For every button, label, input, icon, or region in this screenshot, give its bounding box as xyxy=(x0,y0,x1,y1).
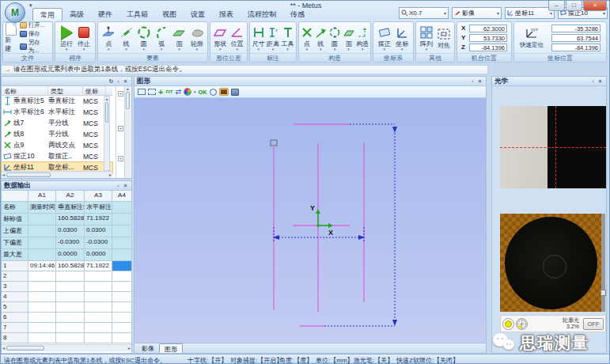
element-row-align10[interactable]: 摆正10 取摆正..MCS xyxy=(2,151,112,162)
new-file-button[interactable]: 新建 xyxy=(5,22,17,53)
gdt-position-button[interactable]: 位置▾ xyxy=(230,25,244,51)
element-row-hdim6[interactable]: 水平标注6 水平标注MCS xyxy=(2,107,112,118)
angle-unit[interactable]: 角度:【度】 xyxy=(279,356,313,364)
tab-settings[interactable]: 设置 xyxy=(184,8,212,21)
table-cell[interactable] xyxy=(112,282,132,292)
feature-circle-button[interactable]: 圆▾ xyxy=(137,25,151,51)
table-cell[interactable] xyxy=(28,214,56,226)
col-header-a1[interactable]: A1 xyxy=(28,191,56,202)
construct-line-button[interactable]: 线▾ xyxy=(314,25,327,51)
save-view-icon[interactable] xyxy=(231,88,239,97)
table-cell[interactable] xyxy=(112,292,132,302)
open-button[interactable]: 打开... xyxy=(20,21,51,29)
table-cell[interactable]: 160.5828 xyxy=(56,214,85,226)
pin-icon[interactable]: ▫ xyxy=(469,78,476,84)
table-cell[interactable] xyxy=(85,271,112,282)
element-row-vdim5[interactable]: 垂直标注5 垂直标注MCS xyxy=(2,96,112,107)
table-cell[interactable] xyxy=(56,271,85,282)
table-cell[interactable] xyxy=(85,292,112,302)
save-as-button[interactable]: 另存为... xyxy=(20,39,51,55)
minimize-button[interactable]: – xyxy=(548,1,565,11)
tab-report[interactable]: 报表 xyxy=(212,8,241,21)
table-cell[interactable] xyxy=(28,313,56,323)
dim-tool-button[interactable]: 工具▾ xyxy=(282,25,294,51)
col-header-a4[interactable]: A4 xyxy=(112,191,132,202)
tab-view[interactable]: 视图 xyxy=(155,8,184,21)
save-button[interactable]: 保存 xyxy=(20,30,51,38)
run-button[interactable]: 运行▾ xyxy=(60,25,73,51)
dim-size-button[interactable]: 尺寸▾ xyxy=(252,25,265,51)
table-cell[interactable]: 71.1922 xyxy=(85,214,112,226)
table-cell[interactable] xyxy=(28,302,56,313)
segment-light-icon[interactable] xyxy=(516,318,528,330)
row-label[interactable]: 1 xyxy=(2,261,28,271)
table-cell[interactable] xyxy=(28,333,56,343)
ok-button[interactable]: OK xyxy=(199,88,207,97)
table-cell[interactable] xyxy=(112,302,132,313)
coordinate-button[interactable]: 坐标▾ xyxy=(395,25,409,51)
row-label[interactable]: 最大差 xyxy=(2,249,28,261)
table-cell[interactable] xyxy=(112,271,132,282)
construct-plane-button[interactable]: 面▾ xyxy=(343,25,355,51)
tab-hardware[interactable]: 硬件 xyxy=(91,8,119,21)
table-cell[interactable]: 0.0300 xyxy=(56,226,85,237)
zoom-fit-icon[interactable] xyxy=(148,88,156,97)
feature-contour-button[interactable]: 轮廓▾ xyxy=(190,25,204,51)
table-cell[interactable]: -0.0300 xyxy=(85,237,112,249)
table-cell[interactable] xyxy=(112,333,132,343)
graphics-canvas[interactable]: Y X xyxy=(135,98,486,343)
table-cell[interactable]: 测量时间 xyxy=(28,202,56,214)
row-label[interactable]: 上偏差 xyxy=(2,226,28,237)
construct-point-button[interactable]: 点▾ xyxy=(301,25,313,51)
array-button[interactable]: 阵列▾ xyxy=(419,25,434,51)
fit-view-button[interactable]: FIT xyxy=(165,88,172,97)
column-type[interactable]: 类型 xyxy=(48,86,83,96)
refresh-icon[interactable]: ↻ xyxy=(108,78,115,85)
row-label[interactable]: 4 xyxy=(2,292,28,302)
quick-position-button[interactable]: xyz 快速定位 xyxy=(520,26,544,49)
dim-distance-button[interactable]: z距离▾ xyxy=(267,25,279,51)
tree-scrollbar[interactable]: ▲ xyxy=(124,86,131,178)
table-cell[interactable] xyxy=(28,323,56,333)
table-cell[interactable] xyxy=(112,202,132,214)
table-cell[interactable] xyxy=(85,302,112,313)
element-row-point9[interactable]: 点9 两线交点MCS xyxy=(2,140,112,151)
light-intensity-slider[interactable] xyxy=(601,214,605,312)
table-cell[interactable]: 71.1922 xyxy=(85,261,112,271)
construct-generic-button[interactable]: 构造▾ xyxy=(356,25,369,51)
table-cell[interactable] xyxy=(28,292,56,302)
tab-graphics-view[interactable]: 图形 xyxy=(159,343,183,353)
lens-preview-view[interactable] xyxy=(500,214,603,312)
close-icon[interactable]: × xyxy=(122,183,129,188)
zoom-level-combo[interactable]: X0.7 ▾ xyxy=(399,7,449,19)
tab-common[interactable]: 常用 xyxy=(32,8,63,21)
row-label[interactable]: 3 xyxy=(2,282,28,292)
tab-flow-control[interactable]: 流程控制 xyxy=(241,8,283,21)
table-cell[interactable] xyxy=(85,333,112,343)
length-unit[interactable]: 单位:【mm】 xyxy=(316,356,354,364)
table-cell[interactable]: 垂直标注5 xyxy=(56,202,85,214)
zoom-in-icon[interactable]: + xyxy=(158,88,163,97)
element-list-vertical-scrollbar[interactable]: ▲ xyxy=(104,96,110,171)
table-cell[interactable] xyxy=(85,313,112,323)
stop-button[interactable]: 停止▾ xyxy=(78,25,90,51)
sensor-mode-combo[interactable]: 影像 ▾ xyxy=(452,7,502,19)
close-button[interactable]: × xyxy=(583,1,607,11)
color-wheel-icon[interactable] xyxy=(184,88,191,97)
select-region-icon[interactable] xyxy=(138,88,146,97)
feature-line-button[interactable]: 线▾ xyxy=(119,25,134,51)
element-row-line8[interactable]: 线8 平分线MCS xyxy=(2,129,112,140)
feature-arc-button[interactable]: 弧▾ xyxy=(154,25,169,51)
table-cell[interactable] xyxy=(112,226,132,237)
element-row-line7[interactable]: 线7 平分线MCS xyxy=(2,118,112,129)
circle-tool-icon[interactable] xyxy=(210,88,217,97)
pin-icon[interactable]: ▫ xyxy=(589,78,597,84)
table-cell[interactable]: 0.0000 xyxy=(85,249,112,261)
table-cell[interactable]: 09:14:46 xyxy=(28,261,56,271)
table-cell[interactable]: 0.0000 xyxy=(56,249,85,261)
tree-expand-icon[interactable]: + xyxy=(118,126,123,131)
row-label[interactable]: 标称值 xyxy=(2,214,28,226)
table-cell[interactable] xyxy=(85,282,112,292)
table-cell[interactable] xyxy=(28,249,56,261)
element-list-horizontal-scrollbar[interactable]: ◄► xyxy=(2,171,112,178)
